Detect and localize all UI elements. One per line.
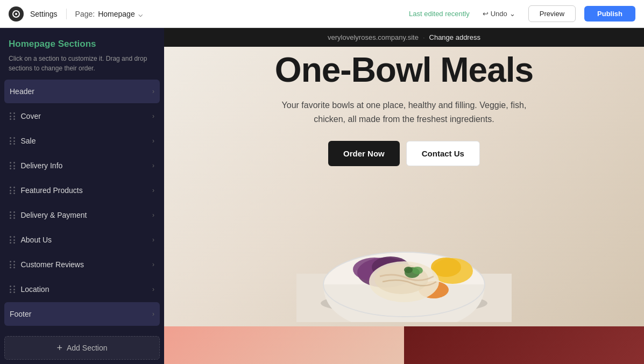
- section-label-header: Header: [10, 87, 147, 96]
- sidebar: Homepage Sections Click on a section to …: [0, 28, 164, 364]
- plus-icon: +: [56, 343, 62, 353]
- sidebar-item-cover[interactable]: Cover ›: [4, 104, 160, 128]
- app-logo: [9, 6, 24, 22]
- sidebar-subtitle: Click on a section to customize it. Drag…: [9, 54, 155, 73]
- sidebar-item-footer[interactable]: Footer ›: [4, 302, 160, 326]
- topbar-divider: [66, 9, 67, 19]
- section-label-location: Location: [21, 285, 147, 294]
- main-layout: Homepage Sections Click on a section to …: [0, 28, 644, 364]
- sidebar-item-delivery-info[interactable]: Delivery Info ›: [4, 154, 160, 177]
- undo-icon: ↩: [483, 10, 489, 18]
- chevron-right-icon: ›: [152, 112, 154, 120]
- chevron-right-icon: ›: [152, 88, 154, 95]
- chevron-right-icon: ›: [152, 236, 154, 244]
- section-label-delivery-info: Delivery Info: [21, 161, 147, 170]
- svg-point-16: [404, 267, 413, 273]
- drag-handle-delivery-payment: [10, 211, 16, 219]
- address-bar: verylovelyroses.company.site · Change ad…: [164, 28, 644, 47]
- sidebar-item-featured-products[interactable]: Featured Products ›: [4, 179, 160, 202]
- svg-point-15: [412, 267, 423, 274]
- gallery-right: [404, 326, 644, 364]
- chevron-right-icon: ›: [152, 137, 154, 145]
- last-edited-status: Last edited recently: [409, 10, 470, 18]
- order-now-button[interactable]: Order Now: [328, 141, 400, 166]
- add-section-button[interactable]: + Add Section: [4, 336, 160, 360]
- chevron-right-icon: ›: [152, 187, 154, 194]
- chevron-right-icon: ›: [152, 162, 154, 169]
- address-separator: ·: [423, 33, 425, 41]
- undo-label: Undo: [491, 10, 507, 18]
- drag-handle-featured-products: [10, 187, 16, 194]
- page-label: Page:: [75, 10, 95, 18]
- preview-area: verylovelyroses.company.site · Change ad…: [164, 28, 644, 364]
- contact-us-button[interactable]: Contact Us: [406, 141, 480, 166]
- chevron-down-icon: ⌵: [138, 10, 143, 18]
- drag-handle-customer-reviews: [10, 261, 16, 268]
- undo-chevron-icon: ⌄: [509, 10, 515, 18]
- sidebar-title: Homepage Sections: [9, 39, 155, 49]
- topbar-actions: Last edited recently ↩ Undo ⌄ Preview Pu…: [409, 5, 635, 22]
- hero-title: One-Bowl Meals: [270, 51, 539, 89]
- section-label-delivery-payment: Delivery & Payment: [21, 211, 147, 219]
- add-section-label: Add Section: [67, 344, 108, 352]
- drag-handle-delivery-info: [10, 162, 16, 169]
- section-label-cover: Cover: [21, 112, 147, 120]
- sidebar-item-delivery-payment[interactable]: Delivery & Payment ›: [4, 203, 160, 227]
- sections-list: Header › Cover › Sale ›: [0, 80, 164, 332]
- chevron-right-icon: ›: [152, 286, 154, 293]
- sidebar-item-customer-reviews[interactable]: Customer Reviews ›: [4, 253, 160, 276]
- hero-subtitle: Your favorite bowls at one place, health…: [270, 98, 539, 126]
- drag-handle-sale: [10, 137, 16, 145]
- drag-handle-about-us: [10, 236, 16, 244]
- page-name: Homepage: [98, 10, 135, 18]
- gallery-section: [164, 326, 644, 364]
- publish-button[interactable]: Publish: [584, 6, 635, 22]
- section-label-sale: Sale: [21, 137, 147, 145]
- section-label-customer-reviews: Customer Reviews: [21, 260, 147, 269]
- hero-buttons: Order Now Contact Us: [270, 141, 539, 166]
- hero-bowl-image: [291, 177, 517, 322]
- hero-section: One-Bowl Meals Your favorite bowls at on…: [164, 47, 644, 326]
- sidebar-item-header[interactable]: Header ›: [4, 80, 160, 103]
- sidebar-item-sale[interactable]: Sale ›: [4, 129, 160, 153]
- section-label-about-us: About Us: [21, 235, 147, 244]
- sidebar-item-location[interactable]: Location ›: [4, 277, 160, 301]
- section-label-footer: Footer: [10, 310, 147, 318]
- chevron-right-icon: ›: [152, 211, 154, 219]
- page-selector[interactable]: Page: Homepage ⌵: [75, 10, 143, 18]
- preview-button[interactable]: Preview: [528, 5, 576, 22]
- svg-point-1: [15, 13, 17, 15]
- site-url: verylovelyroses.company.site: [328, 33, 419, 41]
- gallery-left: [164, 326, 404, 364]
- undo-button[interactable]: ↩ Undo ⌄: [478, 8, 520, 20]
- topbar: Settings Page: Homepage ⌵ Last edited re…: [0, 0, 644, 28]
- settings-link[interactable]: Settings: [30, 10, 58, 18]
- section-label-featured-products: Featured Products: [21, 186, 147, 195]
- chevron-right-icon: ›: [152, 310, 154, 318]
- sidebar-header: Homepage Sections Click on a section to …: [0, 28, 164, 80]
- chevron-right-icon: ›: [152, 261, 154, 268]
- sidebar-item-about-us[interactable]: About Us ›: [4, 228, 160, 252]
- hero-content: One-Bowl Meals Your favorite bowls at on…: [270, 51, 539, 167]
- drag-handle-location: [10, 286, 16, 293]
- drag-handle-cover: [10, 112, 16, 120]
- change-address-link[interactable]: Change address: [429, 33, 480, 41]
